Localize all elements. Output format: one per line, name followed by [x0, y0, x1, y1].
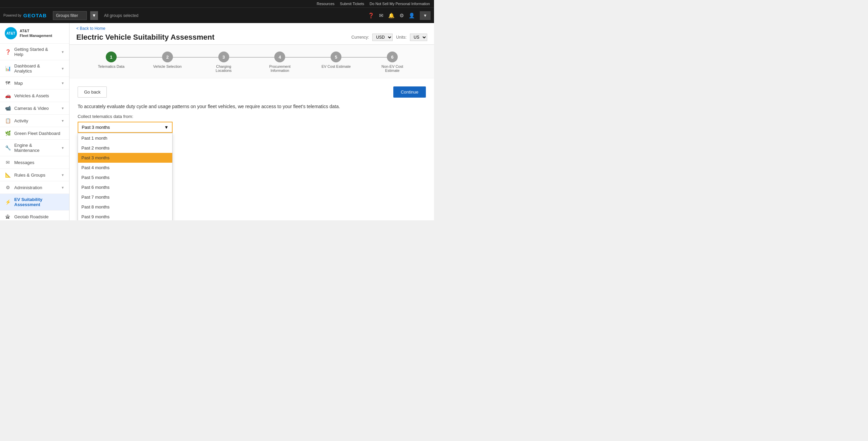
ev-suitability-icon: ⚡ [5, 199, 11, 205]
dropdown-option[interactable]: Past 9 months [78, 212, 172, 220]
do-not-sell-link[interactable]: Do Not Sell My Personal Information [370, 2, 430, 6]
email-icon[interactable]: ✉ [379, 13, 383, 19]
back-to-home-link[interactable]: < Back to Home [76, 26, 105, 31]
page-title-row: Electric Vehicle Suitability Assessment … [76, 33, 427, 42]
dropdown-option[interactable]: Past 3 months [78, 153, 172, 163]
currency-units-area: Currency: USD Units: US [351, 34, 427, 41]
att-label: AT&T Fleet Management [20, 28, 52, 38]
sidebar-nav: ❓ Getting Started & Help ▼ 📊 Dashboard &… [0, 44, 69, 220]
help-icon[interactable]: ❓ [368, 13, 374, 19]
sidebar-item-map[interactable]: 🗺 Map ▼ [0, 77, 69, 89]
telematics-dropdown-selected[interactable]: Past 3 months ▼ [78, 122, 173, 133]
dropdown-option[interactable]: Past 6 months [78, 182, 172, 192]
groups-filter-input[interactable]: Groups filter [53, 11, 87, 20]
sidebar-item-getting-started[interactable]: ❓ Getting Started & Help ▼ [0, 44, 69, 60]
geotab-roadside-label: Geotab Roadside [14, 214, 48, 219]
activity-icon: 📋 [5, 118, 11, 124]
step-circle-5: 6 [387, 52, 398, 62]
app-logo: Powered by GEOTAB [3, 13, 47, 18]
continue-top-button[interactable]: Continue [393, 86, 426, 98]
engine-icon: 🔧 [5, 145, 11, 151]
step-circle-1: 2 [162, 52, 173, 62]
green-fleet-icon: 🌿 [5, 130, 11, 136]
go-back-button[interactable]: Go back [78, 86, 107, 98]
stepper-step-1: 2 Vehicle Selection [139, 52, 196, 68]
rules-label: Rules & Groups [14, 173, 45, 178]
dropdown-option[interactable]: Past 5 months [78, 173, 172, 182]
bell-icon[interactable]: 🔔 [388, 13, 395, 19]
groups-filter-arrow[interactable]: ▼ [90, 11, 98, 20]
arrow-icon: ▼ [61, 67, 64, 71]
att-logo-icon: AT&T [5, 27, 17, 39]
dropdown-option[interactable]: Past 8 months [78, 202, 172, 212]
sidebar-item-admin[interactable]: ⚙ Administration ▼ [0, 181, 69, 194]
geotab-logo: GEOTAB [23, 13, 47, 18]
stepper-step-2: 3 Charging Locations [196, 52, 252, 73]
main-content: < Back to Home Electric Vehicle Suitabil… [70, 23, 434, 220]
dropdown-option[interactable]: Past 4 months [78, 163, 172, 173]
wizard-stepper: 1 Telematics Data 2 Vehicle Selection 3 … [70, 45, 434, 78]
admin-label: Administration [14, 185, 42, 190]
sidebar-logo: AT&T AT&T Fleet Management [0, 23, 69, 44]
units-label: Units: [396, 35, 407, 40]
step-label-1: Vehicle Selection [153, 64, 182, 68]
dashboard-label: Dashboard & Analytics [14, 63, 58, 74]
top-nav-buttons: Go back Continue [78, 86, 426, 98]
dropdown-option[interactable]: Past 7 months [78, 192, 172, 202]
sidebar-item-activity[interactable]: 📋 Activity ▼ [0, 115, 69, 127]
sidebar-item-ev-suitability[interactable]: ⚡ EV Suitability Assessment [0, 194, 69, 211]
sidebar-item-green-fleet[interactable]: 🌿 Green Fleet Dashboard [0, 127, 69, 140]
activity-label: Activity [14, 118, 28, 123]
map-label: Map [14, 81, 23, 86]
vehicles-icon: 🚗 [5, 93, 11, 99]
step-label-3: Procurement Information [264, 64, 295, 73]
submit-tickets-link[interactable]: Submit Tickets [340, 2, 364, 6]
getting-started-label: Getting Started & Help [14, 47, 58, 57]
step-label-2: Charging Locations [209, 64, 239, 73]
map-icon: 🗺 [5, 80, 11, 86]
sidebar-item-messages[interactable]: ✉ Messages [0, 156, 69, 169]
description-text: To accurately evaluate duty cycle and us… [78, 104, 426, 109]
currency-select[interactable]: USD [372, 34, 393, 41]
main-content-header: < Back to Home Electric Vehicle Suitabil… [70, 23, 434, 45]
user-menu-button[interactable]: ▼ [420, 11, 431, 20]
rules-icon: 📐 [5, 172, 11, 178]
powered-by-label: Powered by [3, 14, 21, 17]
messages-label: Messages [14, 160, 34, 165]
ev-suitability-label: EV Suitability Assessment [14, 197, 64, 207]
stepper-step-4: 5 EV Cost Estimate [308, 52, 364, 68]
telematics-dropdown-list: Past 1 monthPast 2 monthsPast 3 monthsPa… [78, 133, 173, 220]
arrow-icon: ▼ [61, 119, 64, 123]
arrow-icon: ▼ [61, 146, 64, 150]
units-select[interactable]: US [410, 34, 427, 41]
dashboard-icon: 📊 [5, 65, 11, 72]
sidebar-item-geotab-roadside[interactable]: 🛣 Geotab Roadside [0, 211, 69, 220]
wizard-content: Go back Continue To accurately evaluate … [70, 78, 434, 158]
sidebar-item-engine[interactable]: 🔧 Engine & Maintenance ▼ [0, 140, 69, 156]
gear-icon[interactable]: ⚙ [399, 13, 404, 19]
app-header: Powered by GEOTAB Groups filter ▼ All gr… [0, 7, 434, 23]
green-fleet-label: Green Fleet Dashboard [14, 131, 60, 136]
dropdown-option[interactable]: Past 1 month [78, 133, 172, 143]
main-layout: AT&T AT&T Fleet Management ❓ Getting Sta… [0, 23, 434, 220]
step-label-4: EV Cost Estimate [321, 64, 351, 68]
page-title: Electric Vehicle Suitability Assessment [76, 33, 215, 42]
cameras-icon: 📹 [5, 105, 11, 111]
sidebar-item-rules[interactable]: 📐 Rules & Groups ▼ [0, 169, 69, 181]
arrow-icon: ▼ [61, 186, 64, 189]
arrow-icon: ▼ [61, 81, 64, 85]
currency-label: Currency: [351, 35, 369, 40]
dropdown-arrow-icon: ▼ [164, 125, 169, 130]
dropdown-option[interactable]: Past 2 months [78, 143, 172, 153]
sidebar-item-vehicles[interactable]: 🚗 Vehicles & Assets [0, 89, 69, 102]
admin-icon: ⚙ [5, 184, 11, 191]
getting-started-icon: ❓ [5, 49, 11, 55]
step-circle-3: 4 [274, 52, 285, 62]
sidebar-item-cameras[interactable]: 📹 Cameras & Video ▼ [0, 102, 69, 115]
dropdown-selected-value: Past 3 months [82, 125, 110, 130]
resources-link[interactable]: Resources [317, 2, 335, 6]
top-bar: Resources Submit Tickets Do Not Sell My … [0, 0, 434, 7]
stepper-step-0: 1 Telematics Data [83, 52, 139, 68]
sidebar-item-dashboard[interactable]: 📊 Dashboard & Analytics ▼ [0, 60, 69, 77]
user-icon[interactable]: 👤 [409, 13, 415, 19]
